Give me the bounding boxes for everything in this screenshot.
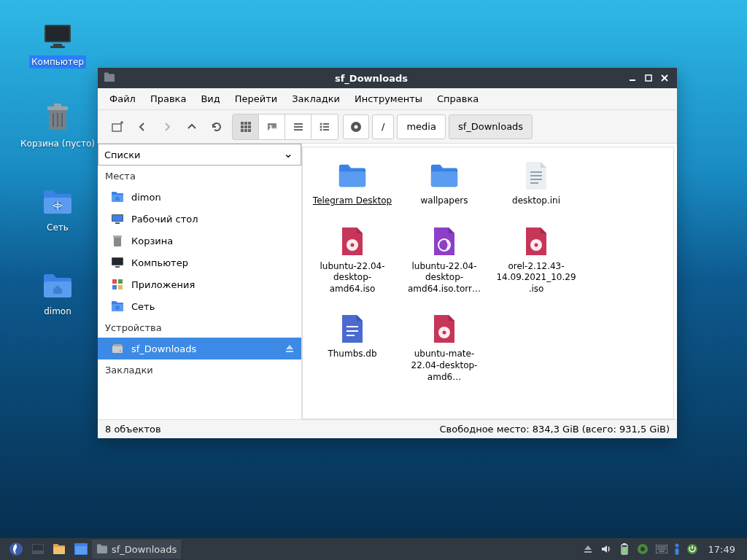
tray-power-icon[interactable] bbox=[684, 540, 701, 559]
file-item[interactable]: lubuntu-22.04-desktop-amd64.iso.torr… bbox=[400, 223, 488, 298]
tray-eject-icon[interactable] bbox=[580, 540, 596, 559]
icon-label: Корзина (пусто) bbox=[18, 137, 97, 150]
desktop-icon bbox=[111, 212, 124, 225]
menu-help[interactable]: Справка bbox=[430, 90, 486, 108]
thumbnail-view-button[interactable] bbox=[259, 114, 285, 139]
place-item[interactable]: Сеть bbox=[98, 295, 301, 317]
svg-rect-48 bbox=[115, 266, 120, 268]
svg-rect-26 bbox=[248, 129, 251, 132]
status-free-space: Свободное место: 834,3 GiB (всего: 931,5… bbox=[439, 424, 670, 435]
svg-rect-51 bbox=[112, 285, 117, 289]
folder-icon bbox=[429, 160, 460, 191]
torrent-icon bbox=[429, 226, 460, 257]
new-tab-button[interactable] bbox=[105, 114, 130, 139]
desktop-icon-home[interactable]: dimon bbox=[18, 270, 98, 318]
view-mode-group bbox=[232, 114, 338, 140]
window-folder-icon bbox=[104, 72, 115, 84]
svg-rect-3 bbox=[50, 46, 65, 48]
file-name: Telegram Desktop bbox=[311, 195, 393, 207]
svg-rect-52 bbox=[118, 285, 123, 289]
apps-icon bbox=[111, 278, 124, 291]
icon-view-button[interactable] bbox=[233, 114, 259, 139]
place-label: Приложения bbox=[131, 279, 195, 290]
file-name: Thumbs.db bbox=[311, 349, 393, 360]
tray-notice-icon[interactable] bbox=[672, 540, 682, 559]
iso-icon bbox=[429, 314, 460, 344]
file-item[interactable]: Thumbs.db bbox=[309, 311, 396, 386]
svg-rect-89 bbox=[675, 548, 678, 555]
place-item[interactable]: Корзина bbox=[98, 230, 301, 252]
panel-mode-select[interactable]: Списки bbox=[98, 144, 301, 166]
tray-volume-icon[interactable] bbox=[597, 540, 615, 559]
window-body: Списки Места dimonРабочий столКорзинаКом… bbox=[98, 144, 677, 419]
compact-view-button[interactable] bbox=[285, 114, 311, 139]
desktop-icon-network[interactable]: Сеть bbox=[18, 186, 98, 234]
forward-button[interactable] bbox=[155, 114, 179, 139]
show-desktop-button[interactable] bbox=[28, 540, 48, 559]
svg-rect-18 bbox=[241, 122, 244, 125]
task-file-manager[interactable]: sf_Downloads bbox=[92, 540, 181, 559]
tray-update-icon[interactable] bbox=[634, 540, 651, 559]
back-button[interactable] bbox=[130, 114, 155, 139]
section-bookmarks: Закладки bbox=[98, 359, 301, 380]
file-item[interactable]: lubuntu-22.04-desktop-amd64.iso bbox=[309, 223, 396, 298]
reload-button[interactable] bbox=[204, 114, 229, 139]
svg-rect-43 bbox=[115, 222, 120, 224]
tray-keyboard-icon[interactable] bbox=[653, 540, 670, 559]
place-label: Рабочий стол bbox=[131, 214, 198, 225]
file-item[interactable]: desktop.ini bbox=[492, 158, 580, 210]
file-item[interactable]: Telegram Desktop bbox=[309, 158, 396, 210]
file-name: lubuntu-22.04-desktop-amd64.iso bbox=[311, 261, 393, 295]
icon-label: dimon bbox=[42, 305, 74, 318]
maximize-button[interactable] bbox=[642, 71, 655, 85]
svg-rect-55 bbox=[112, 346, 123, 353]
launcher-files[interactable] bbox=[48, 540, 70, 559]
place-item[interactable]: Приложения bbox=[98, 273, 301, 295]
place-label: Компьютер bbox=[131, 257, 188, 268]
path-segment-current[interactable]: sf_Downloads bbox=[449, 114, 533, 139]
section-devices: Устройства bbox=[98, 317, 301, 338]
file-item[interactable]: ubuntu-mate-22.04-desktop-amd6… bbox=[400, 311, 488, 386]
file-name: orel-2.12.43-14.09.2021_10.29.iso bbox=[495, 261, 577, 295]
statusbar: 8 объектов Свободное место: 834,3 GiB (в… bbox=[98, 419, 677, 438]
file-item[interactable]: orel-2.12.43-14.09.2021_10.29.iso bbox=[492, 223, 580, 298]
place-item[interactable]: Рабочий стол bbox=[98, 208, 301, 230]
menu-view[interactable]: Вид bbox=[193, 90, 227, 108]
up-button[interactable] bbox=[179, 114, 204, 139]
desktop-icon-computer[interactable]: Компьютер bbox=[18, 20, 98, 69]
disk-icon bbox=[111, 342, 124, 355]
eject-icon[interactable] bbox=[285, 344, 294, 353]
menu-edit[interactable]: Правка bbox=[143, 90, 193, 108]
place-label: dimon bbox=[131, 192, 161, 203]
place-item[interactable]: dimon bbox=[98, 186, 301, 208]
svg-rect-25 bbox=[244, 129, 247, 132]
path-root-button[interactable] bbox=[343, 114, 369, 139]
file-view[interactable]: Telegram Desktopwallpapersdesktop.inilub… bbox=[302, 147, 674, 419]
desktop-icon-trash[interactable]: Корзина (пусто) bbox=[18, 102, 98, 150]
svg-rect-81 bbox=[622, 547, 627, 553]
svg-point-34 bbox=[320, 125, 322, 128]
menu-bookmarks[interactable]: Закладки bbox=[285, 90, 347, 108]
svg-rect-50 bbox=[118, 279, 123, 284]
minimize-button[interactable] bbox=[626, 71, 639, 85]
path-segment[interactable]: media bbox=[397, 114, 446, 139]
menubar: Файл Правка Вид Перейти Закладки Инструм… bbox=[98, 88, 677, 110]
svg-point-64 bbox=[351, 243, 355, 246]
titlebar[interactable]: sf_Downloads bbox=[98, 68, 677, 88]
device-item[interactable]: sf_Downloads bbox=[98, 338, 301, 359]
svg-point-72 bbox=[443, 331, 446, 335]
menu-file[interactable]: Файл bbox=[102, 90, 143, 108]
menu-tools[interactable]: Инструменты bbox=[347, 90, 430, 108]
tray-battery-icon[interactable] bbox=[616, 540, 632, 559]
menu-go[interactable]: Перейти bbox=[228, 90, 285, 108]
monitor-icon bbox=[111, 256, 124, 269]
start-menu-button[interactable] bbox=[4, 540, 28, 559]
file-item[interactable]: wallpapers bbox=[400, 158, 488, 210]
launcher-browser[interactable] bbox=[70, 540, 92, 559]
path-root-label[interactable]: / bbox=[372, 114, 394, 139]
svg-rect-76 bbox=[53, 547, 65, 554]
place-item[interactable]: Компьютер bbox=[98, 252, 301, 273]
detailed-view-button[interactable] bbox=[311, 114, 338, 139]
close-button[interactable] bbox=[658, 71, 671, 85]
clock[interactable]: 17:49 bbox=[701, 544, 743, 555]
